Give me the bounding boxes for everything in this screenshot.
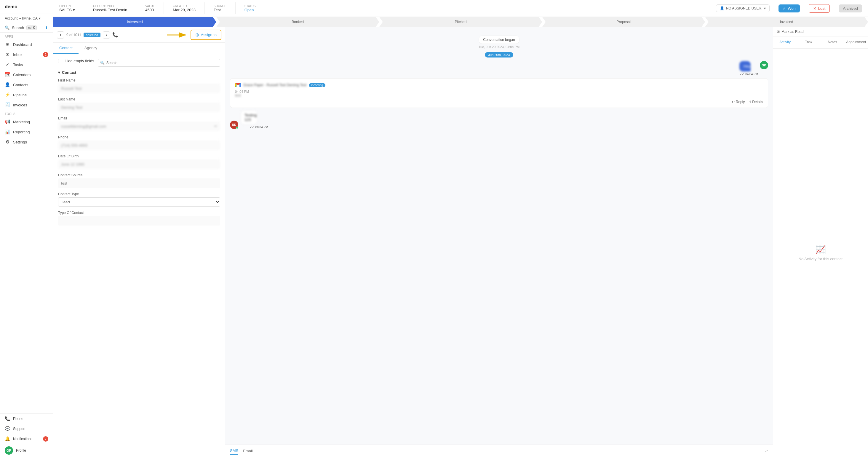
sidebar-item-label: Profile — [16, 448, 26, 453]
conversation-began-msg: Conversation began Tue, Jun 20 2023, 04:… — [230, 36, 768, 49]
source-field: Source Test — [214, 4, 226, 12]
assign-to-button[interactable]: ⊕ Assign to — [191, 30, 221, 40]
source-value: Test — [214, 8, 226, 12]
dob-value: June 12 1990 — [58, 159, 220, 169]
pipeline-field: Pipeline SALES ▾ — [59, 4, 75, 12]
assign-user-button[interactable]: 👤 NO ASSIGNED USER. ▾ — [716, 4, 770, 12]
outgoing-avatar: SP — [760, 61, 768, 69]
contact-type-select[interactable]: lead — [58, 197, 220, 207]
sidebar-bottom: 📞 Phone 💬 Support 🔔 Notifications 7 GP P… — [0, 414, 53, 457]
type-of-contact-value — [58, 216, 220, 225]
sidebar-item-notifications[interactable]: 🔔 Notifications 7 — [0, 434, 53, 444]
sidebar-item-settings[interactable]: ⚙ Settings — [0, 137, 53, 147]
outgoing-time: ✓✓ 04:04 PM — [739, 72, 758, 76]
activity-tabs: Activity Task Notes Appointment — [773, 36, 868, 49]
tab-contact[interactable]: Contact — [53, 43, 79, 54]
sidebar-item-contacts[interactable]: 👤 Contacts — [0, 80, 53, 90]
sidebar: demo Account -- Irvine, CA ▾ 🔍 Search ct… — [0, 0, 53, 457]
pipeline-chevron-icon: ▾ — [73, 8, 75, 12]
sidebar-item-calendars[interactable]: 📅 Calendars — [0, 70, 53, 80]
opportunity-field: Opportunity Russell- Test Demin — [93, 4, 127, 12]
search-bar[interactable]: 🔍 Search ctrl K ⬆ — [0, 23, 53, 33]
stage-pitched[interactable]: Pitched — [379, 17, 542, 27]
stage-interested[interactable]: Interested — [53, 17, 216, 27]
email-tab[interactable]: Email — [243, 448, 253, 454]
search-label: Search — [12, 26, 24, 30]
outgoing-bubble: Hey — [739, 61, 751, 71]
details-label: Details — [752, 100, 763, 104]
sidebar-item-invoices[interactable]: 🧾 Invoices — [0, 100, 53, 110]
no-activity-label: No Activity for this contact — [799, 257, 843, 261]
tab-activity[interactable]: Activity — [773, 36, 797, 48]
field-dob: Date Of Birth June 12 1990 — [58, 154, 220, 169]
details-button[interactable]: ℹ Details — [749, 100, 763, 104]
reply-label: Reply — [736, 100, 745, 104]
header-divider-5 — [235, 2, 236, 14]
hide-empty-checkbox[interactable] — [58, 59, 62, 63]
sidebar-item-label: Inbox — [13, 53, 23, 57]
phone-call-icon[interactable]: 📞 — [112, 32, 118, 38]
sidebar-item-dashboard[interactable]: ⊞ Dashboard — [0, 39, 53, 50]
assign-user-label: NO ASSIGNED USER. — [726, 6, 763, 10]
assign-to-label: Assign to — [201, 33, 217, 37]
field-last-name: Last Name Deming Test — [58, 97, 220, 112]
section-label: Contact — [62, 70, 76, 75]
won-button[interactable]: ✓ Won — [778, 4, 800, 12]
conversation-footer: SMS Email ⤢ — [225, 445, 773, 457]
sidebar-item-label: Reporting — [13, 130, 30, 134]
archived-button[interactable]: Archived — [839, 4, 862, 12]
expand-button[interactable]: ⤢ — [765, 449, 768, 453]
tasks-icon: ✓ — [5, 62, 10, 67]
contact-panel: ‹ 9 of 1011 selected › 📞 — [53, 27, 225, 457]
stage-booked[interactable]: Booked — [216, 17, 379, 27]
tab-appointment[interactable]: Appointment — [844, 36, 868, 48]
lost-button[interactable]: ✕ Lost — [809, 4, 830, 13]
sidebar-item-pipeline[interactable]: ⚡ Pipeline — [0, 90, 53, 100]
details-icon: ℹ — [749, 100, 751, 104]
hide-empty-label: Hide empty fields — [65, 59, 94, 63]
tools-section-label: Tools — [0, 110, 53, 117]
status-label: Status — [245, 4, 256, 8]
outgoing-message: Hey ✓✓ 04:04 PM SP — [230, 61, 768, 76]
sidebar-item-inbox[interactable]: ✉ Inbox 2 — [0, 50, 53, 60]
sidebar-item-reporting[interactable]: 📊 Reporting — [0, 127, 53, 137]
account-selector[interactable]: Account -- Irvine, CA ▾ — [0, 14, 53, 23]
contact-section-header[interactable]: ▾ Contact — [58, 70, 220, 75]
email-meta: 04:04 PM — [235, 90, 763, 93]
mark-as-read-button[interactable]: ✉ Mark as Read — [773, 27, 868, 36]
value-value: 4500 — [145, 8, 155, 12]
next-record-button[interactable]: › — [103, 31, 110, 38]
tab-agency[interactable]: Agency — [79, 43, 103, 54]
date-badge: Jun 20th, 2023 — [485, 52, 514, 58]
tab-notes[interactable]: Notes — [820, 36, 844, 48]
fields-search-input[interactable] — [98, 59, 220, 67]
search-extras-icon: ⬆ — [45, 26, 48, 30]
sidebar-item-tasks[interactable]: ✓ Tasks — [0, 60, 53, 70]
sidebar-item-label: Support — [13, 427, 26, 431]
sms-tab[interactable]: SMS — [230, 447, 238, 455]
support-icon: 💬 — [5, 426, 10, 431]
stage-invoiced[interactable]: Invoiced — [705, 17, 868, 27]
conversation-messages: Conversation began Tue, Jun 20 2023, 04:… — [225, 27, 773, 445]
contacts-icon: 👤 — [5, 82, 10, 87]
notifications-badge: 7 — [43, 436, 48, 441]
opportunity-label: Opportunity — [93, 4, 127, 8]
sidebar-item-phone[interactable]: 📞 Phone — [0, 414, 53, 424]
lost-label: Lost — [818, 6, 826, 11]
settings-icon: ⚙ — [5, 139, 10, 145]
reply-button[interactable]: ↩ Reply — [732, 100, 745, 104]
email-actions: ↩ Reply ℹ Details — [235, 100, 763, 104]
pipeline-value[interactable]: SALES ▾ — [59, 8, 75, 12]
activity-empty-state: 📈 No Activity for this contact — [773, 49, 868, 457]
prev-record-button[interactable]: ‹ — [57, 31, 64, 38]
stage-proposal[interactable]: Proposal — [542, 17, 705, 27]
sidebar-item-profile[interactable]: GP Profile — [0, 444, 53, 457]
account-label: Account -- Irvine, CA — [5, 16, 38, 21]
pipeline-stages: Interested Booked Pitched Proposal Invoi… — [53, 17, 868, 27]
sidebar-item-support[interactable]: 💬 Support — [0, 424, 53, 434]
value-field: Value 4500 — [145, 4, 155, 12]
incoming-message: RD Testing 123 ✓✓ 08:04 PM — [230, 110, 768, 129]
edit-email-icon[interactable]: ✏ — [214, 124, 217, 128]
tab-task[interactable]: Task — [797, 36, 820, 48]
sidebar-item-marketing[interactable]: 📢 Marketing — [0, 117, 53, 127]
